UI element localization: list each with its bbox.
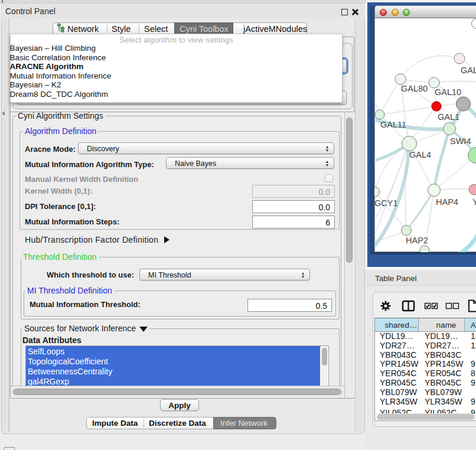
svg-text:GAL10: GAL10 — [435, 87, 461, 97]
svg-text:SWI4: SWI4 — [450, 136, 471, 146]
svg-text:GAL11: GAL11 — [380, 120, 406, 129]
svg-text:GAL2: GAL2 — [461, 66, 476, 75]
svg-text:GAL1: GAL1 — [438, 112, 459, 122]
svg-text:GAL80: GAL80 — [401, 84, 428, 93]
svg-text:GCY1: GCY1 — [374, 198, 398, 208]
svg-text:HAP4: HAP4 — [436, 197, 458, 207]
svg-text:GAL4: GAL4 — [409, 150, 431, 159]
svg-text:HAP2: HAP2 — [406, 236, 428, 245]
svg-text:YD: YD — [472, 197, 476, 207]
